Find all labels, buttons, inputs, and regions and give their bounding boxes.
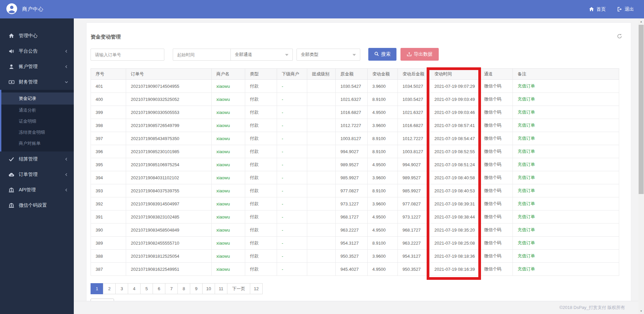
logout-link[interactable]: 退出 [617, 6, 634, 12]
cell-channel: 微信个码 [479, 119, 513, 132]
sidebar-item-settlement-manage[interactable]: 结算管理 [0, 151, 74, 167]
cell-merchant: xiaowu [212, 184, 245, 197]
export-button[interactable]: 导出数据 [400, 48, 439, 61]
scroll-down-arrow-icon[interactable]: ▼ [638, 310, 644, 313]
cell-order_no: 20210719085726549799 [126, 119, 212, 132]
cell-index: 393 [91, 184, 126, 197]
cell-order_no: 20210719083458504849 [126, 224, 212, 237]
cell-change_amount: 3.9600 [368, 250, 398, 263]
page-size-select[interactable] [91, 299, 114, 301]
page-button-12[interactable]: 12 [250, 283, 263, 294]
page-button-8[interactable]: 8 [177, 283, 190, 294]
page-button-10[interactable]: 10 [202, 283, 215, 294]
cell-change_time: 2021-07-19 08:39:31 [430, 197, 479, 210]
cell-after_amount: 1003.8127 [398, 145, 430, 158]
cell-index: 387 [91, 263, 126, 276]
table-row: 39620210719085230101985xiaowu付款-994.9027… [91, 145, 619, 158]
refresh-icon[interactable] [617, 34, 622, 40]
cell-order_no: 20210719081622549951 [126, 263, 212, 276]
topbar-links: 首页 退出 [589, 0, 634, 18]
home-link[interactable]: 首页 [589, 6, 606, 12]
cell-merchant: xiaowu [212, 171, 245, 184]
type-select[interactable]: 全部类型 [297, 49, 360, 61]
cell-merchant: xiaowu [212, 132, 245, 145]
cell-channel: 微信个码 [479, 250, 513, 263]
cell-order_no: 20210719083914504997 [126, 197, 212, 210]
table-row: 40120210719090714504955xiaowu付款-1030.542… [91, 80, 619, 93]
cell-index: 388 [91, 250, 126, 263]
table-row: 38920210719082455555710xiaowu付款-954.3127… [91, 237, 619, 250]
sidebar-subitem-fund-records[interactable]: 资金记录 [1, 92, 74, 105]
cell-order_no: 20210719090332525052 [126, 93, 212, 106]
pagination: 1234567891011下一页12 [91, 283, 263, 294]
sidebar-item-order-manage[interactable]: 订单管理 [0, 167, 74, 182]
cell-index: 390 [91, 224, 126, 237]
sidebar-item-finance-manage[interactable]: 财务管理 [0, 74, 74, 90]
cell-sub_merchant: - [277, 93, 307, 106]
cell-channel: 微信个码 [479, 171, 513, 184]
next-page-button[interactable]: 下一页 [227, 283, 250, 294]
cell-type: 付款 [245, 197, 277, 210]
bank-icon [9, 203, 14, 208]
sidebar-item-api-manage[interactable]: API管理 [0, 182, 74, 198]
cell-change_time: 2021-07-19 08:38:44 [430, 210, 479, 224]
cell-change_time: 2021-07-19 08:40:53 [430, 184, 479, 197]
sidebar-item-admin-center[interactable]: 管理中心 [0, 28, 74, 44]
cell-after_amount: 954.3127 [398, 250, 430, 263]
cell-change_amount: 8.9100 [368, 132, 398, 145]
page-button-4[interactable]: 4 [128, 283, 141, 294]
column-header-after_amount: 变动后金额 [398, 69, 430, 80]
sidebar-item-wechat-code-settings[interactable]: 微信个码设置 [0, 198, 74, 213]
search-button[interactable]: 搜索 [368, 48, 396, 61]
page-button-5[interactable]: 5 [140, 283, 153, 294]
sidebar-menu-bottom: 结算管理订单管理API管理微信个码设置 [0, 151, 74, 213]
sidebar-item-account-manage[interactable]: 账户管理 [0, 59, 74, 74]
cell-remark: 充值订单 [513, 171, 619, 184]
cell-order_no: 20210719083823102485 [126, 210, 212, 224]
cell-order_no: 20210719082455555710 [126, 237, 212, 250]
page-button-3[interactable]: 3 [115, 283, 128, 294]
table-row: 38720210719081622549951xiaowu付款-945.4027… [91, 263, 619, 276]
channel-select-value: 全部通道 [235, 52, 252, 58]
sidebar-subitem-merchant-statement[interactable]: 商户对账单 [1, 138, 74, 149]
column-header-remark: 备注 [513, 69, 619, 80]
cell-commission_level [307, 106, 336, 119]
sidebar-subitem-deposit-detail[interactable]: 证金明细 [1, 116, 74, 127]
sidebar-item-label: 财务管理 [0, 79, 38, 85]
channel-select[interactable]: 全部通道 [230, 49, 293, 61]
cell-original_amount: 989.9527 [336, 158, 368, 171]
page-button-6[interactable]: 6 [153, 283, 165, 294]
order-number-input[interactable] [91, 49, 164, 61]
cell-remark: 充值订单 [513, 106, 619, 119]
sidebar-item-platform-notice[interactable]: 平台公告 [0, 44, 74, 59]
cell-after_amount: 963.2227 [398, 237, 430, 250]
vertical-scrollbar[interactable]: ▲ ▼ [638, 18, 644, 314]
page-button-9[interactable]: 9 [190, 283, 203, 294]
cell-change_amount: 8.9100 [368, 237, 398, 250]
cell-index: 398 [91, 119, 126, 132]
page-button-7[interactable]: 7 [165, 283, 178, 294]
cell-change_time: 2021-07-19 08:16:39 [430, 263, 479, 276]
page-button-1[interactable]: 1 [91, 283, 103, 294]
cell-sub_merchant: - [277, 224, 307, 237]
sidebar-subitem-channel-analysis[interactable]: 通道分析 [1, 105, 74, 116]
page-button-2[interactable]: 2 [103, 283, 116, 294]
table-row: 39720210719085434975350xiaowu付款-1003.812… [91, 132, 619, 145]
cell-type: 付款 [245, 132, 277, 145]
cell-original_amount: 945.4027 [336, 263, 368, 276]
sidebar-subitem-frozen-fund-detail[interactable]: 冻结资金明细 [1, 127, 74, 138]
sidebar: 管理中心平台公告账户管理财务管理 资金记录通道分析证金明细冻结资金明细商户对账单… [0, 18, 74, 314]
cell-change_amount: 3.9600 [368, 119, 398, 132]
brand[interactable]: 商户中心 [0, 3, 44, 16]
cell-sub_merchant: - [277, 106, 307, 119]
scrollbar-thumb[interactable] [639, 25, 644, 194]
scroll-up-arrow-icon[interactable]: ▲ [638, 20, 644, 23]
cell-remark: 充值订单 [513, 263, 619, 276]
cell-change_amount: 8.9100 [368, 145, 398, 158]
cell-merchant: xiaowu [212, 224, 245, 237]
cell-remark: 充值订单 [513, 119, 619, 132]
page-button-11[interactable]: 11 [215, 283, 227, 294]
page-title: 资金变动管理 [91, 34, 121, 40]
cell-merchant: xiaowu [212, 145, 245, 158]
table-row: 38820210719081812525054xiaowu付款-950.3527… [91, 250, 619, 263]
